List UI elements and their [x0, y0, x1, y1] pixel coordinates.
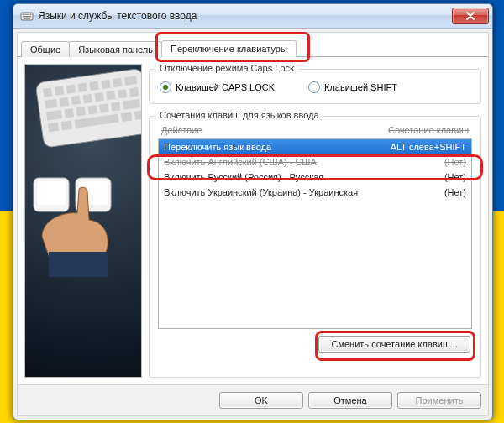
tab-content: Отключение режима Caps Lock Клавишей CAP…: [18, 57, 488, 384]
tab-language-bar[interactable]: Языковая панель: [69, 41, 162, 57]
tab-keyboard-switch[interactable]: Переключение клавиатуры: [161, 40, 297, 57]
keyboard-hand-icon: [25, 65, 141, 384]
svg-rect-24: [118, 89, 127, 98]
window-title: Языки и службы текстового ввода: [38, 10, 452, 22]
svg-rect-3: [25, 14, 26, 15]
settings-panel: Отключение режима Caps Lock Клавишей CAP…: [149, 64, 481, 378]
svg-rect-18: [45, 99, 57, 109]
app-icon: [20, 9, 34, 23]
hotkey-row[interactable]: Включить Украинский (Украина) - Украинск…: [159, 185, 471, 200]
radio-icon: [160, 81, 171, 93]
svg-rect-40: [37, 181, 66, 205]
svg-rect-33: [48, 123, 59, 133]
svg-rect-30: [99, 103, 108, 112]
svg-rect-4: [27, 14, 28, 15]
svg-rect-28: [76, 107, 86, 116]
svg-rect-20: [71, 96, 81, 105]
hotkey-action: Включить Английский (США) - США: [164, 155, 365, 169]
svg-rect-5: [29, 14, 29, 15]
cancel-button[interactable]: Отмена: [308, 392, 392, 409]
hotkeys-groupbox: Сочетания клавиш для языков ввода Действ…: [149, 116, 481, 378]
ok-button[interactable]: OK: [219, 392, 303, 409]
svg-rect-1: [23, 14, 24, 15]
hotkey-action: Переключить язык ввода: [164, 140, 365, 154]
svg-rect-12: [66, 85, 76, 94]
svg-rect-25: [129, 87, 139, 97]
hotkey-value: (Нет): [365, 155, 466, 169]
close-button[interactable]: [452, 8, 489, 24]
hotkeys-header: Действие Сочетание клавиш: [158, 123, 472, 138]
svg-rect-10: [43, 87, 52, 97]
svg-rect-11: [55, 86, 64, 95]
svg-rect-21: [83, 94, 92, 103]
radio-icon: [308, 81, 320, 93]
svg-rect-29: [87, 105, 97, 114]
hotkey-row[interactable]: Включить Английский (США) - США(Нет): [159, 154, 471, 170]
hotkeys-legend: Сочетания клавиш для языков ввода: [156, 110, 323, 120]
svg-rect-19: [60, 97, 69, 107]
hotkey-action: Включить Украинский (Украина) - Украинск…: [164, 185, 365, 199]
change-hotkey-button[interactable]: Сменить сочетание клавиш...: [318, 336, 470, 352]
hotkey-row[interactable]: Переключить язык вводаALT слева+SHIFT: [159, 139, 471, 154]
titlebar[interactable]: Языки и службы текстового ввода: [13, 4, 492, 29]
svg-rect-31: [111, 102, 120, 111]
svg-rect-17: [124, 76, 137, 86]
tab-strip: Общие Языковая панель Переключение клави…: [18, 33, 488, 57]
svg-rect-42: [49, 252, 108, 277]
radio-shift[interactable]: Клавишей SHIFT: [308, 81, 397, 93]
hotkey-value: (Нет): [365, 170, 466, 184]
hotkey-row[interactable]: Включить Русский (Россия) - Русская(Нет): [159, 170, 471, 185]
svg-rect-8: [24, 18, 30, 19]
svg-rect-7: [23, 16, 31, 17]
tab-general[interactable]: Общие: [21, 41, 70, 57]
close-icon: [466, 12, 475, 20]
svg-rect-14: [89, 81, 98, 91]
apply-button[interactable]: Применить: [397, 392, 481, 409]
capslock-legend: Отключение режима Caps Lock: [156, 63, 298, 73]
hotkey-value: ALT слева+SHIFT: [365, 140, 466, 154]
hotkeys-listbox[interactable]: Переключить язык вводаALT слева+SHIFTВкл…: [158, 138, 472, 329]
svg-rect-23: [106, 91, 115, 100]
side-illustration: [24, 64, 142, 378]
dialog-window: Языки и службы текстового ввода Общие Яз…: [13, 3, 493, 420]
radio-caps-lock[interactable]: Клавишей CAPS LOCK: [160, 81, 275, 93]
capslock-groupbox: Отключение режима Caps Lock Клавишей CAP…: [149, 69, 481, 104]
svg-rect-13: [78, 83, 87, 92]
svg-rect-22: [94, 92, 103, 102]
svg-rect-36: [121, 112, 132, 122]
dialog-buttons: OK Отмена Применить: [18, 384, 488, 415]
svg-rect-6: [30, 14, 31, 15]
svg-rect-27: [65, 108, 74, 118]
svg-rect-16: [113, 78, 122, 87]
hotkey-value: (Нет): [365, 185, 466, 199]
svg-rect-2: [24, 14, 24, 15]
hotkey-action: Включить Русский (Россия) - Русская: [164, 170, 365, 184]
client-area: Общие Языковая панель Переключение клави…: [17, 32, 489, 416]
svg-rect-37: [134, 111, 141, 120]
svg-rect-34: [61, 121, 72, 131]
svg-rect-15: [101, 80, 110, 89]
